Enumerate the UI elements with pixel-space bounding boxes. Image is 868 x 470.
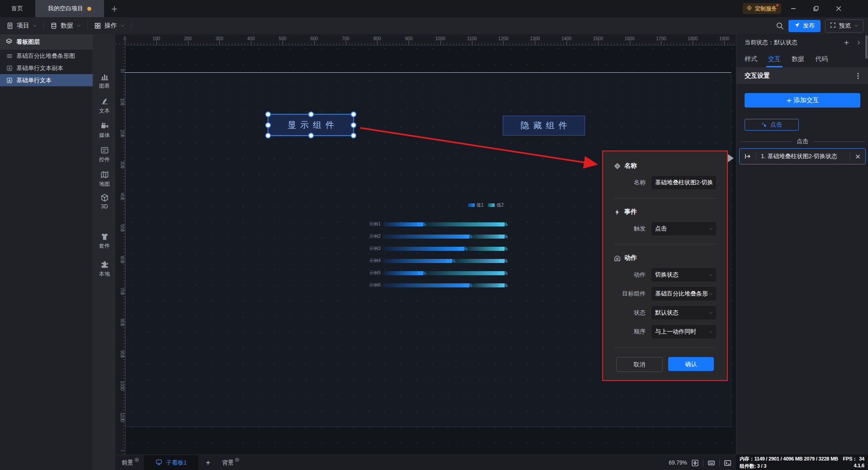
layers-icon [5,38,13,45]
toolbar-item-0[interactable]: 图表 [93,72,116,90]
cursor-click-icon [761,122,767,128]
terminal-icon[interactable] [724,459,731,467]
chart-legend: 值1值2 [468,202,504,208]
dialog-field-row: 动作切换状态 [614,268,716,282]
v-ruler-label: 200 [120,128,125,139]
h-ruler-label: 1600 [625,36,635,41]
tab-home[interactable]: 首页 [3,0,32,17]
click-divider-label: 点击 [797,137,808,146]
legend-item[interactable]: 值1 [468,202,484,208]
stacked-bar-chart[interactable]: 值1值2 示例133%67%示例271%29%示例367%33%示例457%43… [369,202,505,292]
name-input[interactable] [651,176,716,189]
fit-screen-icon [691,459,699,467]
tab-home-label: 首页 [11,5,23,13]
background-tab[interactable]: 背景 [217,455,244,470]
h-ruler-label: 1000 [435,36,445,41]
preview-button[interactable]: 预览 [825,19,863,33]
notification-dot [776,4,778,6]
toolbar-item-5[interactable]: 3D [93,193,116,210]
new-tab-button[interactable] [109,4,119,14]
add-state-icon[interactable] [844,40,849,46]
toolbar-item-1[interactable]: 文本 [93,97,116,115]
select-2-0[interactable]: 切换状态 [651,268,716,282]
keyboard-icon[interactable] [708,459,715,467]
confirm-label: 确认 [685,360,697,368]
add-background-icon[interactable] [235,457,240,464]
add-interaction-button[interactable]: 添加交互 [745,93,860,108]
map-icon [100,170,109,179]
menu-item-2[interactable]: 操作 [88,17,131,34]
chevron-down-icon [708,310,713,315]
publish-button[interactable]: 发布 [788,20,821,32]
toolbar-item-6[interactable]: 套件 [93,232,116,250]
confirm-button[interactable]: 确认 [668,357,714,371]
bottom-bar-right: 69.79% [669,459,736,467]
tab-数据[interactable]: 数据 [792,51,804,67]
tab-代码[interactable]: 代码 [815,51,828,67]
search-button[interactable] [776,22,784,30]
jump-action-icon [744,153,751,160]
diamond-badge-icon [746,5,752,12]
bolt-icon [614,209,621,216]
select-2-3[interactable]: 与上一动作同时 [651,325,716,338]
component-count: 组件数: 3 / 3 [740,463,766,470]
h-ruler-label: 800 [373,36,381,41]
legend-item[interactable]: 值2 [488,202,504,208]
maximize-button[interactable] [806,0,826,17]
chart-row: 示例671%29% [369,282,505,288]
foreground-tab[interactable]: 前景 [117,455,144,470]
h-ruler-label: 300 [216,36,223,41]
hide-component-button[interactable]: 隐藏组件 [503,116,585,136]
custom-service-badge[interactable]: 定制服务 [743,3,781,14]
click-event-chip[interactable]: 点击 [745,119,799,131]
dialog-buttons: 取消 确认 [614,357,716,372]
current-state-label: 当前状态： [745,38,774,47]
panel-scrollbar[interactable] [865,35,868,59]
minimize-button[interactable] [783,0,804,17]
toolbar-item-4[interactable]: 地图 [93,170,116,188]
bar-segment-s1: 71% [383,235,469,239]
show-component-label: 显示组件 [283,119,338,131]
layers-panel-header[interactable]: 看板图层 [0,34,93,50]
layer-item-1[interactable]: 基础单行文本副本 [0,62,93,74]
show-component-button[interactable]: 显示组件 [268,114,354,136]
kebab-menu-icon[interactable] [854,72,862,80]
layer-item-2[interactable]: 基础单行文本 [0,74,93,86]
add-foreground-icon[interactable] [134,457,139,464]
toolbar-item-3[interactable]: 控件 [93,146,116,164]
select-2-2[interactable]: 默认状态 [651,306,716,320]
badge-label: 定制服务 [755,5,777,13]
tab-样式[interactable]: 样式 [745,51,757,67]
menubar-right: 发布 预览 [776,17,863,34]
chart-row: 示例133%67% [369,221,505,227]
interaction-settings-title: 交互设置 [745,72,770,80]
current-state-row: 当前状态： 默认状态 [736,34,868,51]
tab-交互[interactable]: 交互 [768,51,781,67]
chevron-down-icon [854,23,859,29]
toolbar-item-2[interactable]: 媒体 [93,122,116,139]
binding-item[interactable]: 1. 基础堆叠柱状图2-切换状态 [739,148,866,164]
select-1-0[interactable]: 点击 [651,222,716,235]
menu-item-1[interactable]: 数据 [44,17,87,34]
fit-screen-icon[interactable] [691,459,699,467]
send-icon [794,22,800,28]
subboard-tab[interactable]: 子看板1 [144,455,198,470]
frame-icon [830,22,836,29]
database-icon [50,22,57,29]
menu-item-0[interactable]: 项目 [0,17,43,34]
media-icon [100,122,109,130]
toolbar-item-7[interactable]: 本地 [93,260,116,278]
chevron-right-icon[interactable] [856,40,862,46]
add-board-button[interactable]: + [198,455,217,470]
remove-binding-icon[interactable] [855,154,861,160]
divider [614,347,716,348]
select-2-1[interactable]: 基础百分比堆叠条形 [651,287,716,301]
divider [614,244,716,244]
hide-component-label: 隐藏组件 [517,120,571,132]
tab-project[interactable]: 我的空白项目 [35,0,104,17]
text-tool-icon [100,97,109,106]
layer-item-0[interactable]: 基础百分比堆叠条形图 [0,50,93,62]
chevron-down-icon [708,226,713,231]
close-button[interactable] [828,0,849,17]
cancel-button[interactable]: 取消 [616,357,663,372]
